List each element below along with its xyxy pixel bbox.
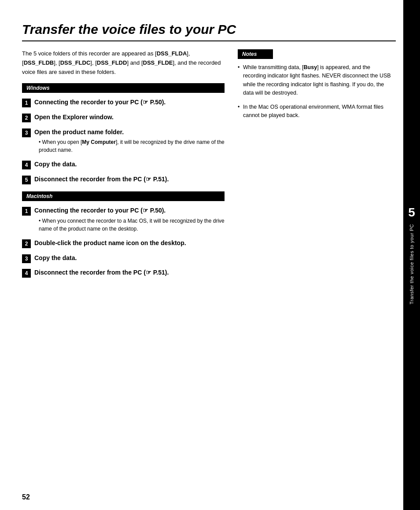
mac-step-content-2: Double-click the product name icon on th… [34,239,225,249]
windows-step-1: 1 Connecting the recorder to your PC (☞ … [22,98,225,109]
mac-step-content-3: Copy the data. [34,254,225,264]
step-content-5: Disconnect the recorder from the PC (☞ P… [34,175,225,186]
windows-step-5: 5 Disconnect the recorder from the PC (☞… [22,175,225,186]
two-column-layout: The 5 voice folders of this recorder are… [22,49,396,285]
macintosh-section-header: Macintosh [22,191,225,201]
step-note-3: When you open [My Computer], it will be … [39,138,225,154]
right-column: Notes While transmitting data, [Busy] is… [238,49,392,285]
step-number-4: 4 [22,161,31,169]
main-content: Transfer the voice files to your PC The … [22,13,396,285]
notes-list: While transmitting data, [Busy] is appea… [238,63,392,120]
notes-header: Notes [238,49,273,59]
mac-step-title-4: Disconnect the recorder from the PC (☞ P… [34,268,225,277]
windows-step-2: 2 Open the Explorer window. [22,113,225,124]
mac-step-title-3: Copy the data. [34,254,225,263]
mac-step-content-4: Disconnect the recorder from the PC (☞ P… [34,268,225,279]
step-number-3: 3 [22,128,31,137]
step-title-4: Copy the data. [34,160,225,169]
sidebar-chapter-title: Transfer the voice files to your PC [409,224,414,305]
sidebar: 5 Transfer the voice files to your PC [403,0,420,510]
step-title-1: Connecting the recorder to your PC (☞ P.… [34,98,225,107]
step-content-1: Connecting the recorder to your PC (☞ P.… [34,98,225,109]
step-number-5: 5 [22,176,31,184]
page-title: Transfer the voice files to your PC [22,22,396,41]
mac-step-4: 4 Disconnect the recorder from the PC (☞… [22,268,225,279]
windows-section: Windows 1 Connecting the recorder to you… [22,83,225,185]
step-number-2: 2 [22,114,31,122]
left-column: The 5 voice folders of this recorder are… [22,49,225,285]
intro-text: The 5 voice folders of this recorder are… [22,49,225,77]
mac-step-content-1: Connecting the recorder to your PC (☞ P.… [34,206,225,235]
notes-item-2: In the Mac OS operational environment, W… [238,103,392,120]
mac-step-2: 2 Double-click the product name icon on … [22,239,225,249]
step-content-4: Copy the data. [34,160,225,171]
macintosh-section: Macintosh 1 Connecting the recorder to y… [22,191,225,279]
step-title-3: Open the product name folder. [34,128,225,137]
mac-step-number-1: 1 [22,207,31,216]
step-title-2: Open the Explorer window. [34,113,225,122]
page-container: 5 Transfer the voice files to your PC 52… [0,0,420,510]
step-content-2: Open the Explorer window. [34,113,225,124]
mac-step-number-3: 3 [22,254,31,263]
windows-section-header: Windows [22,83,225,93]
step-number-1: 1 [22,99,31,107]
mac-step-1: 1 Connecting the recorder to your PC (☞ … [22,206,225,235]
notes-box: Notes While transmitting data, [Busy] is… [238,49,392,120]
mac-step-title-1: Connecting the recorder to your PC (☞ P.… [34,206,225,215]
page-number: 52 [22,493,30,501]
mac-step-title-2: Double-click the product name icon on th… [34,239,225,248]
step-content-3: Open the product name folder. When you o… [34,128,225,156]
windows-step-4: 4 Copy the data. [22,160,225,171]
mac-step-number-2: 2 [22,239,31,248]
step-title-5: Disconnect the recorder from the PC (☞ P… [34,175,225,184]
sidebar-chapter-number: 5 [408,205,415,220]
mac-step-note-1: When you connect the recorder to a Mac O… [39,217,225,233]
notes-item-1: While transmitting data, [Busy] is appea… [238,63,392,98]
windows-step-3: 3 Open the product name folder. When you… [22,128,225,156]
mac-step-number-4: 4 [22,269,31,278]
mac-step-3: 3 Copy the data. [22,254,225,264]
